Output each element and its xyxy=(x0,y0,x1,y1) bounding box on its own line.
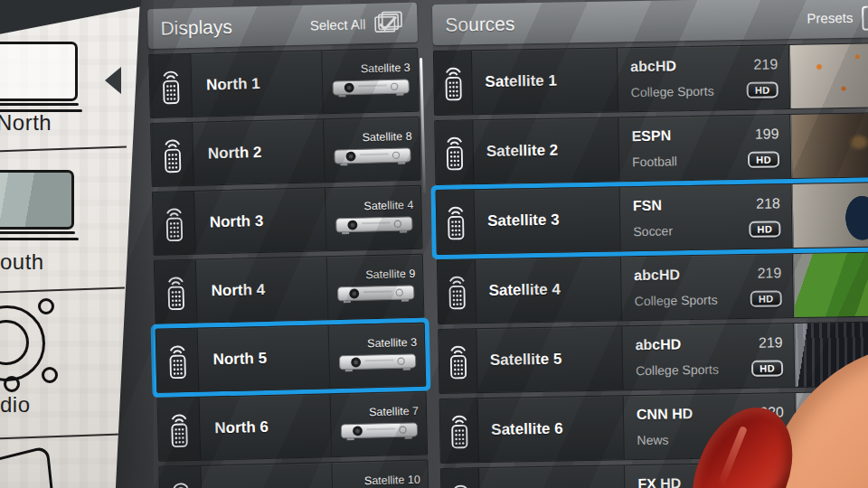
channel-info-cell: FSN 218 Soccer HD xyxy=(620,184,793,250)
channel-name: FSN xyxy=(633,196,749,214)
display-name-cell: North 4 xyxy=(196,257,329,323)
source-row[interactable]: Satellite 3 FSN 218 Soccer HD xyxy=(436,182,868,255)
displays-header: Displays Select All xyxy=(147,3,418,49)
display-device-cell: Satellite 8 xyxy=(324,117,420,183)
presets-icon xyxy=(861,4,868,31)
channel-info-cell: ESPN 199 Football HD xyxy=(618,115,791,181)
source-row[interactable]: Satellite 1 abcHD 219 College Sports HD xyxy=(433,42,868,116)
sources-title: Sources xyxy=(445,13,514,35)
speaker-screw xyxy=(38,298,54,314)
source-row[interactable]: Satellite 2 ESPN 199 Football HD xyxy=(434,112,868,185)
assigned-source-label: Satellite 7 xyxy=(369,405,422,418)
displays-panel: Displays Select All North 1 xyxy=(147,3,429,488)
channel-name: ESPN xyxy=(631,127,747,145)
remote-icon xyxy=(156,329,200,392)
channel-name: CNN HD xyxy=(637,405,752,423)
channel-thumbnail xyxy=(797,461,868,488)
display-row[interactable]: North 4 Satellite 9 xyxy=(154,254,425,324)
speaker-icon[interactable] xyxy=(0,300,56,387)
channel-thumbnail xyxy=(792,183,868,248)
display-name-cell: North 2 xyxy=(193,119,326,185)
display-name-cell: North 1 xyxy=(191,51,324,117)
sidebar-item-north[interactable]: North xyxy=(0,110,52,136)
remote-icon xyxy=(437,190,476,254)
source-row[interactable]: Satellite 6 CNN HD 220 News HD xyxy=(439,390,868,464)
presets-button[interactable]: Presets xyxy=(807,4,868,32)
display-row[interactable]: North 6 Satellite 7 xyxy=(157,391,429,462)
assigned-source-label: Satellite 3 xyxy=(361,61,414,75)
source-row[interactable]: Satellite 5 abcHD 219 College Sports HD xyxy=(438,321,868,394)
assigned-source-label: Satellite 9 xyxy=(365,267,419,281)
satellite-receiver-icon xyxy=(330,77,410,99)
hd-badge: HD xyxy=(748,151,779,168)
sources-panel: Sources Presets Satellite 1 abcHD xyxy=(432,0,868,488)
satellite-receiver-icon xyxy=(337,352,418,373)
assigned-source-label: Satellite 10 xyxy=(364,474,424,488)
select-all-button[interactable]: Select All xyxy=(309,10,404,38)
channel-genre: College Sports xyxy=(635,292,750,308)
source-name: Satellite 5 xyxy=(490,351,562,370)
select-all-label: Select All xyxy=(310,16,366,33)
sidebar-item-south[interactable]: outh xyxy=(0,249,44,275)
sources-row-list: Satellite 1 abcHD 219 College Sports HD … xyxy=(433,42,868,488)
source-row[interactable]: Satellite 4 abcHD 219 College Sports HD xyxy=(437,251,868,324)
display-row[interactable]: North 2 Satellite 8 xyxy=(150,117,421,187)
channel-genre: Football xyxy=(632,153,748,169)
display-row[interactable]: North 3 Satellite 4 xyxy=(152,185,423,256)
channel-thumbnail xyxy=(790,113,868,178)
source-name-cell: Satellite 2 xyxy=(473,117,619,183)
display-row[interactable]: North 1 Satellite 3 xyxy=(148,48,420,118)
sidebar-item-audio[interactable]: dio xyxy=(0,392,31,418)
display-row[interactable]: North 7 Satellite 10 xyxy=(158,460,429,488)
channel-info-cell: abcHD 219 College Sports HD xyxy=(618,45,790,111)
channel-thumbnail xyxy=(793,252,868,317)
channel-number: 219 xyxy=(753,56,778,72)
remote-icon xyxy=(153,192,196,255)
remote-icon xyxy=(155,260,198,324)
display-row[interactable]: North 5 Satellite 3 xyxy=(156,323,427,393)
display-name-cell: North 5 xyxy=(198,325,331,391)
channel-thumbnail xyxy=(789,43,868,108)
sources-header: Sources Presets xyxy=(432,0,868,45)
display-device-cell: Satellite 4 xyxy=(326,186,422,251)
channel-name: abcHD xyxy=(630,57,746,75)
source-name-cell: Satellite 5 xyxy=(476,326,623,392)
channel-genre: Soccer xyxy=(633,222,749,239)
remote-icon xyxy=(158,398,202,461)
display-name-cell: North 7 xyxy=(201,463,334,488)
hd-badge: HD xyxy=(751,360,783,377)
tv-stack-line xyxy=(0,103,79,106)
channel-genre: College Sports xyxy=(631,83,747,99)
satellite-receiver-icon xyxy=(339,420,420,442)
channel-thumbnail xyxy=(794,322,868,387)
channel-name: abcHD xyxy=(635,335,750,353)
assigned-source-label: Satellite 3 xyxy=(367,336,420,350)
source-name-cell: Satellite 4 xyxy=(476,257,622,323)
display-name: North 1 xyxy=(206,74,260,93)
source-name: Satellite 6 xyxy=(491,420,563,439)
source-name: Satellite 3 xyxy=(487,211,560,230)
channel-name: FX HD xyxy=(637,474,753,488)
source-name: Satellite 1 xyxy=(485,72,557,91)
displays-title: Displays xyxy=(160,16,232,40)
channel-number: 219 xyxy=(759,334,783,351)
satellite-receiver-icon xyxy=(335,283,416,305)
tv-stack-icon[interactable] xyxy=(0,42,78,101)
tv-stack-line xyxy=(0,238,79,240)
assigned-source-label: Satellite 8 xyxy=(362,130,415,144)
display-device-cell: Satellite 3 xyxy=(322,49,419,114)
tv-stack-photo-icon[interactable] xyxy=(0,170,74,230)
selection-notch-arrow xyxy=(105,67,121,94)
channel-number: 199 xyxy=(755,126,779,142)
speaker-screw xyxy=(42,367,58,383)
display-name: North 3 xyxy=(210,211,264,230)
remote-icon xyxy=(159,466,203,488)
displays-row-list: North 1 Satellite 3 North xyxy=(148,48,429,488)
source-name: Satellite 4 xyxy=(488,281,561,300)
remote-icon xyxy=(151,123,194,186)
display-device-cell: Satellite 9 xyxy=(327,255,424,320)
channel-number: 219 xyxy=(757,265,781,281)
source-row[interactable]: Satellite 7 FX HD HD xyxy=(440,460,868,488)
display-device-cell: Satellite 7 xyxy=(330,392,427,457)
tv-stack-line xyxy=(0,231,75,234)
